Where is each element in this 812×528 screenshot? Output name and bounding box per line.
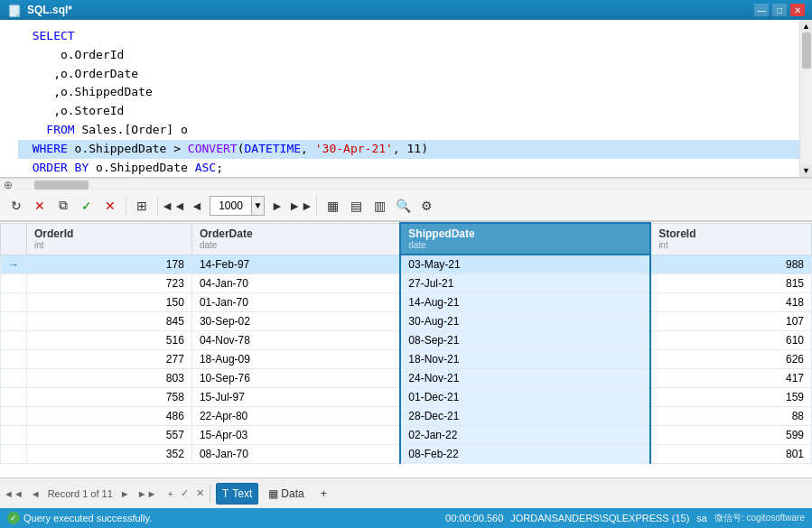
cell-storeid: 988 xyxy=(650,255,811,274)
sql-line-8: ORDER BY o.ShippedDate ASC; xyxy=(18,159,807,178)
cell-orderdate: 01-Jan-70 xyxy=(191,293,400,312)
cell-orderid: 277 xyxy=(27,350,192,369)
col-header-storeid: StoreId int xyxy=(650,223,811,255)
hscroll-thumb[interactable] xyxy=(34,181,89,190)
cell-orderid: 352 xyxy=(27,445,192,464)
close-button[interactable]: ✕ xyxy=(790,4,805,16)
view-grid2-button[interactable]: ▤ xyxy=(345,195,367,217)
cancel-button[interactable]: ✕ xyxy=(29,195,51,217)
table-row: 72304-Jan-7027-Jul-21815 xyxy=(1,274,812,293)
toolbar-sep-2 xyxy=(157,197,158,215)
cell-orderid: 150 xyxy=(27,293,192,312)
table-row: 80310-Sep-7624-Nov-21417 xyxy=(1,369,812,388)
nav-prev-button[interactable]: ◄ xyxy=(186,195,208,217)
view-grid1-button[interactable]: ▦ xyxy=(322,195,343,217)
text-tab-button[interactable]: T Text xyxy=(216,483,258,505)
row-indicator xyxy=(1,331,27,350)
table-row: →17814-Feb-9703-May-21988 xyxy=(1,255,812,274)
table-row: 35208-Jan-7008-Feb-22801 xyxy=(1,445,812,464)
status-message: Query executed successfully. xyxy=(23,513,152,523)
copy-button[interactable]: ⧉ xyxy=(52,195,74,217)
vscroll-up[interactable]: ▲ xyxy=(800,20,813,32)
bottom-toolbar: ◄◄ ◄ Record 1 of 11 ► ►► + ✓ ✕ T Text ▦ … xyxy=(0,477,812,508)
nav-prev-record-all[interactable]: ◄◄ xyxy=(4,488,23,499)
cell-orderdate: 15-Jul-97 xyxy=(191,388,400,407)
cell-orderid: 486 xyxy=(27,407,192,426)
maximize-button[interactable]: □ xyxy=(772,4,787,16)
nav-add[interactable]: + xyxy=(168,488,173,499)
editor-vscrollbar[interactable]: ▲ ▼ xyxy=(799,20,812,177)
row-indicator xyxy=(1,369,27,388)
window-title: SQL.sql* xyxy=(27,4,754,16)
cell-storeid: 801 xyxy=(650,445,811,464)
cell-storeid: 88 xyxy=(650,407,811,426)
cell-shippeddate: 02-Jan-22 xyxy=(400,426,650,445)
cell-orderid: 557 xyxy=(27,426,192,445)
cell-orderid: 516 xyxy=(27,331,192,350)
data-tab-button[interactable]: ▦ Data xyxy=(262,483,310,505)
results-area: OrderId int OrderDate date ShippedDate d… xyxy=(0,221,812,477)
row-indicator xyxy=(1,426,27,445)
cell-shippeddate: 08-Sep-21 xyxy=(400,331,650,350)
cell-storeid: 626 xyxy=(650,350,811,369)
view-grid3-button[interactable]: ▥ xyxy=(369,195,390,217)
cell-orderid: 758 xyxy=(27,388,192,407)
cell-storeid: 417 xyxy=(650,369,811,388)
text-label: Text xyxy=(232,487,252,500)
cell-shippeddate: 08-Feb-22 xyxy=(400,445,650,464)
row-count-field[interactable]: 1000 xyxy=(210,197,251,215)
refresh-button[interactable]: ↻ xyxy=(5,195,27,217)
nav-cancel[interactable]: ✕ xyxy=(196,487,204,499)
check-button[interactable]: ✓ xyxy=(76,195,98,217)
minimize-button[interactable]: — xyxy=(754,4,769,16)
nav-nextall-button[interactable]: ►► xyxy=(290,195,312,217)
nav-prevall-button[interactable]: ◄◄ xyxy=(163,195,184,217)
add-tab-button[interactable]: + xyxy=(314,483,333,505)
cell-storeid: 815 xyxy=(650,274,811,293)
success-icon: ✓ xyxy=(7,512,20,524)
grid-button[interactable]: ⊞ xyxy=(131,195,153,217)
nav-check[interactable]: ✓ xyxy=(181,487,189,499)
table-row: 51604-Nov-7808-Sep-21610 xyxy=(1,331,812,350)
results-table: OrderId int OrderDate date ShippedDate d… xyxy=(0,222,812,464)
header-row: OrderId int OrderDate date ShippedDate d… xyxy=(1,223,812,255)
row-count-input[interactable]: 1000 ▼ xyxy=(210,196,265,216)
data-grid[interactable]: OrderId int OrderDate date ShippedDate d… xyxy=(0,221,812,477)
x-button[interactable]: ✕ xyxy=(99,195,121,217)
row-indicator xyxy=(1,312,27,331)
row-indicator xyxy=(1,407,27,426)
sql-line-4: ,o.ShippedDate xyxy=(18,83,807,102)
col-header-orderid: OrderId int xyxy=(27,223,192,255)
nav-next-button[interactable]: ► xyxy=(266,195,288,217)
search-button[interactable]: 🔍 xyxy=(392,195,414,217)
row-indicator xyxy=(1,350,27,369)
cell-shippeddate: 28-Dec-21 xyxy=(400,407,650,426)
row-count-dropdown[interactable]: ▼ xyxy=(251,197,264,215)
cell-orderdate: 18-Aug-09 xyxy=(191,350,400,369)
row-indicator xyxy=(1,293,27,312)
vscroll-thumb[interactable] xyxy=(802,32,811,69)
nav-next-record[interactable]: ► xyxy=(120,488,130,499)
table-row: 75815-Jul-9701-Dec-21159 xyxy=(1,388,812,407)
vscroll-down[interactable]: ▼ xyxy=(800,164,813,177)
cell-storeid: 418 xyxy=(650,293,811,312)
cell-orderdate: 08-Jan-70 xyxy=(191,445,400,464)
nav-next-record-all[interactable]: ►► xyxy=(137,488,157,499)
sql-line-7: WHERE o.ShippedDate > CONVERT(DATETIME, … xyxy=(18,140,807,159)
cell-storeid: 159 xyxy=(650,388,811,407)
title-bar: 🗒️ SQL.sql* — □ ✕ xyxy=(0,0,812,20)
query-toolbar: ↻ ✕ ⧉ ✓ ✕ ⊞ ◄◄ ◄ 1000 ▼ ► ►► ▦ ▤ ▥ 🔍 ⚙ xyxy=(0,190,812,221)
app-icon: 🗒️ xyxy=(7,4,22,17)
table-row: 84530-Sep-0230-Aug-21107 xyxy=(1,312,812,331)
status-time: 00:00:00.560 xyxy=(445,513,503,523)
cell-storeid: 599 xyxy=(650,426,811,445)
cell-shippeddate: 30-Aug-21 xyxy=(400,312,650,331)
cell-orderid: 803 xyxy=(27,369,192,388)
cell-shippeddate: 01-Dec-21 xyxy=(400,388,650,407)
nav-prev-record[interactable]: ◄ xyxy=(31,488,41,499)
sql-editor[interactable]: SELECT o.OrderId ,o.OrderDate ,o.Shipped… xyxy=(0,20,812,178)
table-row: 55715-Apr-0302-Jan-22599 xyxy=(1,426,812,445)
bottom-sep xyxy=(210,485,210,503)
settings-button[interactable]: ⚙ xyxy=(415,195,437,217)
indicator-col-header xyxy=(1,223,27,255)
